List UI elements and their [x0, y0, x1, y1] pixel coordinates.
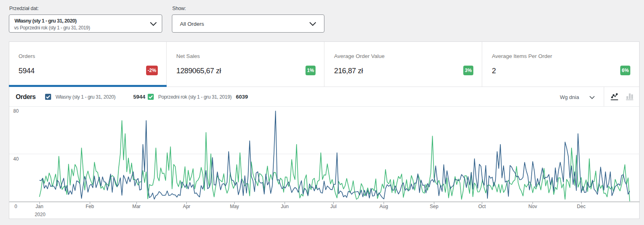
svg-text:Jun: Jun — [281, 204, 289, 209]
svg-text:Mar: Mar — [132, 204, 141, 209]
svg-text:Oct: Oct — [478, 204, 486, 209]
svg-text:May: May — [230, 204, 239, 209]
svg-text:Apr: Apr — [183, 204, 190, 209]
svg-text:0: 0 — [14, 204, 17, 209]
svg-text:Feb: Feb — [86, 204, 94, 209]
svg-text:Nov: Nov — [528, 204, 537, 209]
svg-text:2020: 2020 — [35, 212, 45, 217]
svg-text:Jul: Jul — [330, 204, 336, 209]
svg-text:Dec: Dec — [577, 204, 585, 209]
svg-text:80: 80 — [13, 108, 19, 114]
svg-text:Sep: Sep — [430, 204, 439, 209]
svg-text:Jan: Jan — [35, 204, 43, 209]
svg-text:40: 40 — [13, 156, 19, 162]
svg-text:Aug: Aug — [380, 204, 388, 209]
